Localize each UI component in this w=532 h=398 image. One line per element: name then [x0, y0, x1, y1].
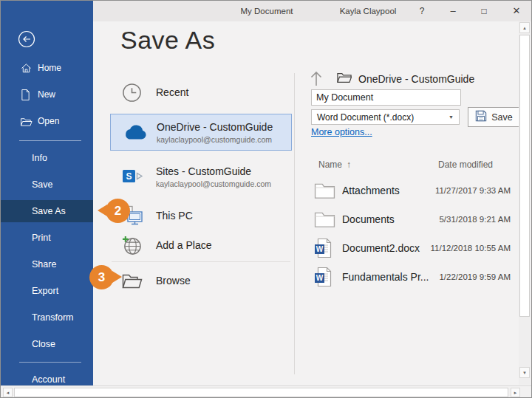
location-folder-icon	[337, 72, 352, 86]
file-name: Document2.docx	[342, 242, 431, 254]
folder-icon	[314, 211, 342, 228]
sidebar-item-home[interactable]: Home	[1, 59, 93, 77]
place-sites[interactable]: S Sites - CustomGuide kaylaclaypool@cust…	[110, 158, 292, 195]
page-title: Save As	[120, 26, 215, 55]
back-button[interactable]	[18, 30, 35, 48]
places-divider	[112, 261, 290, 262]
scroll-right-icon: ►	[514, 391, 518, 395]
file-date-modified: 1/22/2019 9:59 AM	[439, 272, 511, 281]
sidebar-item-label: Account	[32, 374, 65, 385]
horizontal-scrollbar: ◄ ►	[1, 385, 532, 398]
callout-badge-2: 2	[106, 199, 130, 223]
sidebar-item-save[interactable]: Save	[1, 174, 93, 196]
vertical-scrollbar-thumb[interactable]	[519, 35, 530, 317]
file-row-attachments[interactable]: Attachments 11/27/2017 9:33 AM	[314, 177, 511, 204]
place-label: Sites - CustomGuide	[156, 165, 271, 177]
open-folder-icon	[21, 117, 38, 126]
file-row-fundamentals[interactable]: W Fundamentals Pr... 1/22/2019 9:59 AM	[314, 264, 511, 290]
more-options-link[interactable]: More options...	[311, 127, 372, 137]
browse-folder-icon	[122, 272, 156, 289]
sidebar-item-close[interactable]: Close	[1, 333, 93, 355]
sidebar-item-share[interactable]: Share	[1, 253, 93, 275]
callout-number: 2	[115, 204, 121, 219]
scroll-down-icon: ▼	[522, 371, 527, 375]
sharepoint-icon: S	[122, 167, 156, 186]
sidebar-item-label: New	[38, 89, 55, 100]
document-title: My Document	[208, 1, 326, 21]
scroll-up-icon: ▲	[522, 26, 527, 30]
file-name: Attachments	[342, 185, 435, 196]
panel-divider	[294, 73, 295, 374]
word-backstage-window: My Document Kayla Claypool ? – □ ✕ Home …	[0, 0, 532, 398]
new-document-icon	[21, 89, 38, 100]
help-button[interactable]: ?	[411, 1, 433, 21]
place-label: Browse	[156, 275, 191, 287]
file-date-modified: 11/27/2017 9:33 AM	[435, 186, 511, 195]
sidebar-item-label: Save As	[32, 206, 66, 216]
scroll-left-icon: ◄	[6, 391, 10, 395]
column-header-name[interactable]: Name ↑	[318, 159, 351, 170]
chevron-down-icon: ▼	[449, 114, 454, 120]
svg-text:W: W	[316, 274, 324, 282]
word-document-icon: W	[314, 238, 342, 258]
maximize-button[interactable]: □	[473, 1, 495, 21]
scroll-up-button[interactable]: ▲	[519, 22, 530, 33]
sidebar-item-label: Share	[32, 259, 56, 270]
back-arrow-icon	[18, 38, 35, 50]
add-place-globe-icon	[122, 236, 156, 255]
file-type-value: Word Document (*.docx)	[317, 112, 414, 123]
folder-icon	[314, 182, 342, 199]
place-this-pc[interactable]: This PC	[110, 200, 292, 231]
column-name-label: Name	[318, 159, 342, 170]
sidebar-item-info[interactable]: Info	[1, 147, 93, 169]
word-document-icon: W	[314, 267, 342, 287]
svg-text:S: S	[126, 171, 132, 182]
sidebar-item-export[interactable]: Export	[1, 280, 93, 302]
save-button[interactable]: Save	[468, 107, 520, 127]
file-row-document2[interactable]: W Document2.docx 11/12/2018 10:55 AM	[314, 235, 511, 261]
file-type-dropdown[interactable]: Word Document (*.docx) ▼	[311, 109, 460, 125]
sidebar-item-transform[interactable]: Transform	[1, 306, 93, 329]
place-sublabel: kaylaclaypool@customguide.com	[156, 179, 271, 188]
file-date-modified: 11/12/2018 10:55 AM	[431, 244, 511, 253]
scroll-right-button[interactable]: ►	[511, 388, 520, 397]
scroll-down-button[interactable]: ▼	[519, 367, 530, 378]
scroll-left-button[interactable]: ◄	[3, 388, 13, 397]
user-name[interactable]: Kayla Claypool	[327, 1, 409, 21]
up-arrow-icon	[308, 77, 324, 89]
sidebar-item-label: Save	[32, 179, 53, 190]
place-recent[interactable]: Recent	[110, 77, 292, 108]
sidebar-item-print[interactable]: Print	[1, 227, 93, 249]
up-one-level-button[interactable]	[308, 69, 327, 89]
sidebar-item-label: Print	[32, 233, 51, 243]
minimize-button[interactable]: –	[442, 1, 464, 21]
backstage-sidebar: Home New Open Info Save Save As Print Sh…	[1, 1, 93, 385]
place-sublabel: kaylaclaypool@customguide.com	[157, 135, 273, 144]
sidebar-item-open[interactable]: Open	[1, 112, 93, 130]
filename-input[interactable]	[311, 89, 461, 106]
sidebar-divider	[19, 140, 81, 141]
place-label: Recent	[156, 86, 188, 98]
place-label: Add a Place	[156, 239, 212, 251]
sidebar-item-new[interactable]: New	[1, 86, 93, 103]
save-floppy-icon	[475, 110, 487, 124]
file-date-modified: 5/31/2018 9:21 AM	[439, 215, 511, 224]
place-onedrive[interactable]: OneDrive - CustomGuide kaylaclaypool@cus…	[110, 114, 292, 151]
callout-number: 3	[98, 270, 105, 285]
sidebar-item-label: Close	[32, 339, 55, 349]
place-browse[interactable]: Browse	[110, 265, 292, 296]
close-button[interactable]: ✕	[505, 1, 528, 21]
sidebar-item-label: Transform	[32, 312, 74, 323]
place-add-a-place[interactable]: Add a Place	[110, 230, 292, 261]
sort-ascending-icon: ↑	[347, 159, 351, 170]
current-location-label: OneDrive - CustomGuide	[358, 73, 474, 85]
sidebar-item-label: Open	[38, 116, 59, 126]
sidebar-divider	[19, 362, 81, 363]
callout-badge-3: 3	[89, 265, 114, 289]
sidebar-item-label: Home	[38, 63, 61, 73]
file-name: Fundamentals Pr...	[342, 271, 439, 283]
horizontal-scrollbar-thumb[interactable]	[14, 388, 508, 397]
column-header-date-modified[interactable]: Date modified	[438, 159, 493, 170]
sidebar-item-save-as[interactable]: Save As	[1, 200, 93, 222]
file-row-documents[interactable]: Documents 5/31/2018 9:21 AM	[314, 206, 511, 233]
